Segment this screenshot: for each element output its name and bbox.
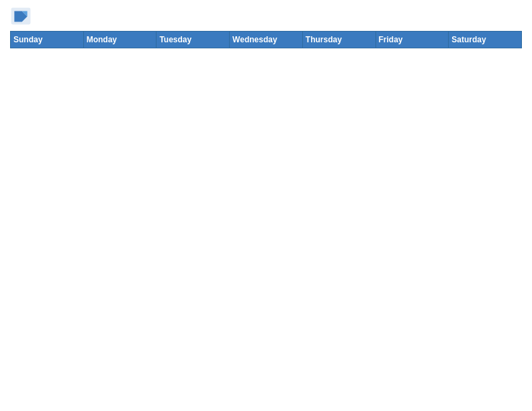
day-header-thursday: Thursday xyxy=(302,32,375,48)
header xyxy=(10,7,522,26)
logo-icon xyxy=(10,7,32,26)
day-header-sunday: Sunday xyxy=(11,32,84,48)
day-header-wednesday: Wednesday xyxy=(230,32,303,48)
day-header-monday: Monday xyxy=(83,32,157,48)
main-container: SundayMondayTuesdayWednesdayThursdayFrid… xyxy=(0,0,532,55)
logo xyxy=(10,7,34,26)
days-header-row: SundayMondayTuesdayWednesdayThursdayFrid… xyxy=(11,32,522,48)
day-header-friday: Friday xyxy=(375,32,449,48)
day-header-saturday: Saturday xyxy=(449,32,522,48)
day-header-tuesday: Tuesday xyxy=(157,32,230,48)
calendar-table: SundayMondayTuesdayWednesdayThursdayFrid… xyxy=(10,31,522,48)
